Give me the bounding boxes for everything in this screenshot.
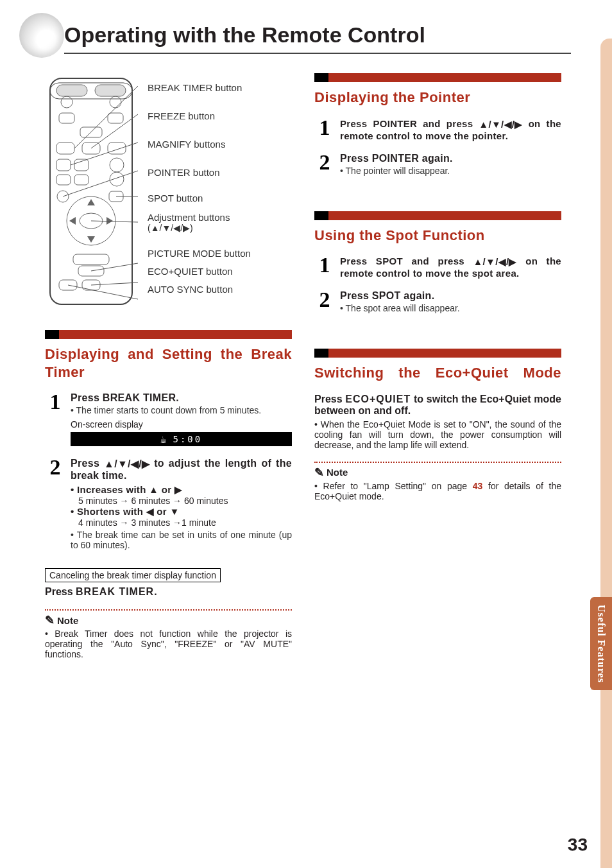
note-icon: ✎	[314, 465, 324, 480]
callout-picture-mode: PICTURE MODE button	[148, 244, 292, 262]
section-bar	[314, 73, 561, 82]
button-name-spot: SPOT	[372, 290, 401, 301]
increase-sequence: 5 minutes → 6 minutes → 60 minutes	[71, 496, 292, 506]
heading-spot: Using the Spot Function	[314, 227, 561, 245]
note-heading: ✎ Note	[45, 613, 292, 627]
callout-auto-sync: AUTO SYNC button	[148, 280, 292, 298]
shorten-sequence: 4 minutes → 3 minutes →1 minute	[71, 517, 292, 528]
remote-diagram: BREAK TIMER button FREEZE button MAGNIFY…	[45, 73, 292, 311]
svg-rect-3	[95, 85, 126, 96]
break-timer-step-2: 2 Press ▲/▼/◀/▶ to adjust the length of …	[45, 458, 292, 550]
text-press: Press	[71, 458, 104, 469]
callout-freeze: FREEZE button	[148, 101, 292, 130]
shorten-label: Shortens with ◀ or ▼	[77, 506, 180, 517]
step-number: 1	[314, 256, 335, 275]
button-name-eco-quiet: ECO+QUIET	[345, 394, 411, 404]
button-name-pointer: POINTER	[372, 153, 419, 164]
svg-rect-2	[56, 85, 87, 96]
section-bar	[314, 349, 561, 358]
callout-magnify: MAGNIFY buttons	[148, 130, 292, 158]
button-name-break-timer: BREAK TIMER	[103, 392, 176, 403]
text-period: .	[176, 392, 179, 403]
page-title: Operating with the Remote Control	[64, 22, 571, 54]
break-timer-step-1: 1 Press BREAK TIMER. The timer starts to…	[45, 392, 292, 446]
remote-control-illustration	[45, 73, 138, 311]
coffee-cup-icon: ☕	[160, 433, 167, 446]
step-number: 2	[45, 458, 65, 478]
pointer-step-2: 2 Press POINTER again. The pointer will …	[314, 153, 561, 176]
remote-callouts: BREAK TIMER button FREEZE button MAGNIFY…	[148, 73, 292, 298]
heading-break-timer: Displaying and Setting the Break Timer	[45, 345, 292, 381]
pointer-step-1: 1 Press POINTER and press ▲/▼/◀/▶ on the…	[314, 118, 561, 141]
arrow-keys: ▲/▼/◀/▶	[473, 256, 516, 268]
osd-label: On-screen display	[71, 419, 292, 430]
heading-eco-quiet: Switching the Eco+Quiet Mode	[314, 364, 561, 382]
spot-step-1: 1 Press SPOT and press ▲/▼/◀/▶ on the re…	[314, 256, 561, 279]
cancel-box: Canceling the break timer display functi…	[45, 568, 221, 582]
unit-note: The break time can be set in units of on…	[71, 530, 292, 550]
right-column: Displaying the Pointer 1 Press POINTER a…	[314, 73, 561, 659]
step-number: 1	[314, 118, 335, 138]
note-body-eco-quiet: Refer to "Lamp Setting" on page 43 for d…	[314, 481, 561, 501]
spot-step-2: 2 Press SPOT again. The spot area will d…	[314, 290, 561, 313]
on-screen-display: ☕ 5:00	[71, 432, 292, 446]
increase-label: Increases with ▲ or ▶	[77, 484, 182, 495]
eco-quiet-description: When the Eco+Quiet Mode is set to "ON", …	[314, 419, 561, 450]
note-heading: ✎ Note	[314, 465, 561, 480]
button-name-spot: SPOT	[376, 256, 403, 266]
text-press: Press	[71, 392, 103, 403]
callout-spot: SPOT button	[148, 186, 292, 209]
spot-disappear-note: The spot area will disappear.	[340, 303, 561, 313]
callout-break-timer: BREAK TIMER button	[148, 73, 292, 101]
arrow-keys: ▲/▼/◀/▶	[104, 458, 149, 470]
section-bar	[314, 211, 561, 220]
callout-eco-quiet: ECO+QUIET button	[148, 262, 292, 280]
note-body-break-timer: Break Timer does not function while the …	[45, 629, 292, 659]
text-press: Press	[45, 586, 76, 597]
button-name-break-timer: BREAK TIMER	[76, 586, 154, 597]
note-icon: ✎	[45, 613, 55, 627]
pointer-disappear-note: The pointer will disappear.	[340, 166, 561, 176]
page-reference: 43	[473, 481, 483, 491]
step-number: 2	[314, 153, 335, 173]
page-number: 33	[568, 835, 588, 855]
arrow-keys: ▲/▼/◀/▶	[479, 119, 522, 130]
step-number: 2	[314, 290, 335, 310]
button-name-pointer: POINTER	[373, 118, 417, 129]
break-timer-note-countdown: The timer starts to count down from 5 mi…	[71, 405, 292, 415]
left-column: BREAK TIMER button FREEZE button MAGNIFY…	[45, 73, 292, 659]
step-number: 1	[45, 392, 65, 412]
section-bar	[45, 330, 292, 339]
osd-time: 5:00	[173, 434, 202, 444]
callout-pointer: POINTER button	[148, 158, 292, 186]
callout-adjustment: Adjustment buttons (▲/▼/◀/▶)	[148, 209, 292, 244]
corner-decoration	[19, 13, 64, 58]
heading-pointer: Displaying the Pointer	[314, 89, 561, 107]
text-period: .	[154, 586, 157, 597]
